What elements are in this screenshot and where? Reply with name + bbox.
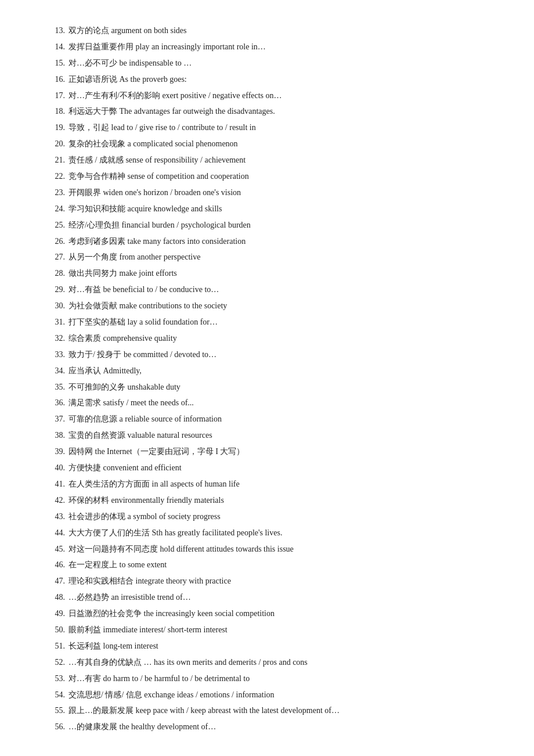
list-item: 37.可靠的信息源 a reliable source of informati… — [46, 412, 488, 427]
item-content: 可靠的信息源 a reliable source of information — [68, 412, 488, 427]
item-number: 33. — [46, 347, 65, 362]
item-number: 44. — [46, 525, 65, 541]
item-number: 47. — [46, 574, 65, 589]
item-content: 因特网 the Internet（一定要由冠词，字母 I 大写） — [68, 444, 488, 459]
item-number: 53. — [46, 671, 65, 686]
item-number: 42. — [46, 493, 65, 508]
list-item: 27.从另一个角度 from another perspective — [46, 250, 488, 265]
item-number: 22. — [46, 169, 65, 184]
item-number: 37. — [46, 412, 65, 427]
item-content: 责任感 / 成就感 sense of responsibility / achi… — [68, 153, 488, 168]
item-number: 31. — [46, 315, 65, 330]
list-item: 22.竞争与合作精神 sense of competition and coop… — [46, 169, 488, 184]
list-item: 45.对这一问题持有不同态度 hold different attitudes … — [46, 542, 488, 557]
list-item: 51.长远利益 long-tem interest — [46, 639, 488, 654]
item-content: 眼前利益 immediate interest/ short-term inte… — [68, 622, 488, 638]
item-number: 52. — [46, 655, 65, 670]
item-number: 29. — [46, 282, 65, 297]
item-content: 方便快捷 convenient and efficient — [68, 460, 488, 476]
list-item: 47.理论和实践相结合 integrate theory with practi… — [46, 574, 488, 589]
item-content: …的健康发展 the healthy development of… — [68, 719, 488, 735]
item-content: 复杂的社会现象 a complicated social phenomenon — [68, 136, 488, 152]
item-number: 41. — [46, 477, 65, 492]
item-number: 43. — [46, 509, 65, 524]
list-item: 46.在一定程度上 to some extent — [46, 557, 488, 573]
list-item: 38.宝贵的自然资源 valuable natural resources — [46, 428, 488, 443]
item-content: 长远利益 long-tem interest — [68, 639, 488, 654]
item-number: 40. — [46, 460, 65, 476]
item-content: 考虑到诸多因素 take many factors into considera… — [68, 234, 488, 249]
item-content: 对这一问题持有不同态度 hold different attitudes tow… — [68, 542, 488, 557]
list-item: 44.大大方便了人们的生活 Sth has greatly facilitate… — [46, 525, 488, 541]
item-number: 25. — [46, 218, 65, 233]
item-content: 满足需求 satisfy / meet the needs of... — [68, 395, 488, 411]
item-content: 理论和实践相结合 integrate theory with practice — [68, 574, 488, 589]
item-content: 做出共同努力 make joint efforts — [68, 266, 488, 281]
list-item: 25.经济/心理负担 financial burden / psychologi… — [46, 218, 488, 233]
item-content: 经济/心理负担 financial burden / psychological… — [68, 218, 488, 233]
item-content: 双方的论点 argument on both sides — [68, 23, 488, 38]
item-content: 从另一个角度 from another perspective — [68, 250, 488, 265]
item-content: 综合素质 comprehensive quality — [68, 331, 488, 346]
item-number: 20. — [46, 136, 65, 152]
list-item: 31.打下坚实的基础 lay a solid foundation for… — [46, 315, 488, 330]
list-item: 52.…有其自身的优缺点 … has its own merits and de… — [46, 655, 488, 670]
item-content: 对…必不可少 be indispensable to … — [68, 56, 488, 71]
item-number: 49. — [46, 606, 65, 621]
item-number: 17. — [46, 88, 65, 103]
list-item: 43.社会进步的体现 a symbol of society progress — [46, 509, 488, 524]
item-number: 38. — [46, 428, 65, 443]
item-content: 发挥日益重要作用 play an increasingly important … — [68, 39, 488, 55]
item-content: 社会进步的体现 a symbol of society progress — [68, 509, 488, 524]
item-content: 日益激烈的社会竞争 the increasingly keen social c… — [68, 606, 488, 621]
list-item: 15.对…必不可少 be indispensable to … — [46, 56, 488, 71]
list-item: 42.环保的材料 environmentally friendly materi… — [46, 493, 488, 508]
list-item: 18.利远远大于弊 The advantages far outweigh th… — [46, 104, 488, 119]
item-number: 15. — [46, 56, 65, 71]
item-number: 23. — [46, 185, 65, 200]
list-item: 19.导致，引起 lead to / give rise to / contri… — [46, 120, 488, 135]
item-number: 32. — [46, 331, 65, 346]
item-content: 在人类生活的方方面面 in all aspects of human life — [68, 477, 488, 492]
item-number: 16. — [46, 72, 65, 87]
item-content: 对…产生有利/不利的影响 exert positive / negative e… — [68, 88, 488, 103]
item-content: 开阔眼界 widen one's horizon / broaden one's… — [68, 185, 488, 200]
list-item: 35.不可推卸的义务 unshakable duty — [46, 380, 488, 395]
item-content: 致力于/ 投身于 be committed / devoted to… — [68, 347, 488, 362]
item-content: 跟上…的最新发展 keep pace with / keep abreast w… — [68, 703, 488, 718]
item-content: 学习知识和技能 acquire knowledge and skills — [68, 201, 488, 217]
list-item: 39.因特网 the Internet（一定要由冠词，字母 I 大写） — [46, 444, 488, 459]
list-item: 14.发挥日益重要作用 play an increasingly importa… — [46, 39, 488, 55]
item-number: 30. — [46, 298, 65, 314]
list-item: 23.开阔眼界 widen one's horizon / broaden on… — [46, 185, 488, 200]
item-content: 对…有害 do harm to / be harmful to / be det… — [68, 671, 488, 686]
item-content: 环保的材料 environmentally friendly materials — [68, 493, 488, 508]
list-item: 29.对…有益 be beneficial to / be conducive … — [46, 282, 488, 297]
item-content: 打下坚实的基础 lay a solid foundation for… — [68, 315, 488, 330]
item-content: 在一定程度上 to some extent — [68, 557, 488, 573]
list-item: 20.复杂的社会现象 a complicated social phenomen… — [46, 136, 488, 152]
list-item: 17.对…产生有利/不利的影响 exert positive / negativ… — [46, 88, 488, 103]
list-item: 33.致力于/ 投身于 be committed / devoted to… — [46, 347, 488, 362]
item-number: 36. — [46, 395, 65, 411]
item-number: 13. — [46, 23, 65, 38]
item-number: 26. — [46, 234, 65, 249]
item-number: 19. — [46, 120, 65, 135]
item-content: …有其自身的优缺点 … has its own merits and demer… — [68, 655, 488, 670]
item-number: 50. — [46, 622, 65, 638]
vocabulary-list: 13.双方的论点 argument on both sides14.发挥日益重要… — [46, 23, 488, 735]
item-content: 对…有益 be beneficial to / be conducive to… — [68, 282, 488, 297]
item-content: 交流思想/ 情感/ 信息 exchange ideas / emotions /… — [68, 687, 488, 703]
item-number: 51. — [46, 639, 65, 654]
item-content: 大大方便了人们的生活 Sth has greatly facilitated p… — [68, 525, 488, 541]
list-item: 56.…的健康发展 the healthy development of… — [46, 719, 488, 735]
list-item: 49.日益激烈的社会竞争 the increasingly keen socia… — [46, 606, 488, 621]
list-item: 48.…必然趋势 an irresistible trend of… — [46, 590, 488, 605]
item-content: 利远远大于弊 The advantages far outweigh the d… — [68, 104, 488, 119]
item-content: 正如谚语所说 As the proverb goes: — [68, 72, 488, 87]
list-item: 50.眼前利益 immediate interest/ short-term i… — [46, 622, 488, 638]
item-number: 48. — [46, 590, 65, 605]
list-item: 26.考虑到诸多因素 take many factors into consid… — [46, 234, 488, 249]
item-content: 宝贵的自然资源 valuable natural resources — [68, 428, 488, 443]
list-item: 21.责任感 / 成就感 sense of responsibility / a… — [46, 153, 488, 168]
